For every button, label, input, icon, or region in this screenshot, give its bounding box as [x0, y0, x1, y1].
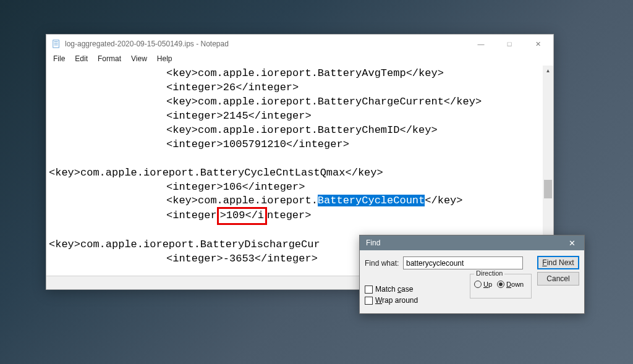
- text-line: <key>com.apple.ioreport.BatteryCycleCntL…: [49, 166, 551, 180]
- find-what-input[interactable]: [403, 256, 523, 269]
- match-case-checkbox[interactable]: Match case: [365, 285, 418, 294]
- text-segment: <key>com.apple.ioreport.: [166, 195, 318, 206]
- radio-icon: [474, 281, 482, 288]
- check-label-u: W: [375, 296, 382, 305]
- menu-edit[interactable]: Edit: [70, 53, 92, 66]
- text-line: <integer>106</integer>: [49, 180, 551, 195]
- wrap-around-checkbox[interactable]: Wrap around: [365, 296, 418, 305]
- radio-row: Up Down: [474, 281, 527, 288]
- checkbox-icon: [365, 297, 373, 305]
- radio-down[interactable]: Down: [497, 281, 524, 288]
- close-button[interactable]: ✕: [524, 35, 552, 53]
- text-line: [49, 152, 551, 166]
- direction-group: Direction Up Down: [470, 274, 532, 298]
- text-line: <key>com.apple.ioreport.BatteryChemID</k…: [49, 124, 551, 138]
- menu-file[interactable]: File: [49, 53, 69, 66]
- radio-label-u: U: [483, 281, 488, 288]
- radio-icon: [497, 281, 504, 288]
- find-title: Find: [366, 239, 559, 247]
- titlebar[interactable]: log-aggregated-2020-09-15-050149.ips - N…: [46, 35, 553, 53]
- text-line: <key>com.apple.ioreport.BatteryChargeCur…: [49, 95, 551, 109]
- text-line: <key>com.apple.ioreport.BatteryAvgTemp</…: [49, 67, 551, 81]
- text-segment: <integer: [166, 210, 217, 221]
- minimize-button[interactable]: —: [467, 35, 495, 53]
- radio-label: own: [511, 281, 524, 288]
- find-dialog: Find ✕ Find what: Find Next Cancel Direc…: [359, 235, 585, 314]
- radio-label-u: D: [506, 281, 511, 288]
- menu-help[interactable]: Help: [153, 53, 177, 66]
- find-titlebar[interactable]: Find ✕: [360, 235, 584, 250]
- find-next-button[interactable]: Find Next: [537, 256, 579, 269]
- text-segment: </key>: [425, 195, 462, 206]
- find-what-label: Find what:: [365, 259, 403, 268]
- notepad-icon: [51, 39, 61, 49]
- radio-up[interactable]: Up: [474, 281, 492, 288]
- cancel-button[interactable]: Cancel: [537, 272, 579, 286]
- direction-label: Direction: [474, 269, 504, 277]
- text-line: <key>com.apple.ioreport.BatteryCycleCoun…: [49, 194, 551, 208]
- window-title: log-aggregated-2020-09-15-050149.ips - N…: [65, 40, 467, 48]
- text-line: <integer>1005791210</integer>: [49, 138, 551, 152]
- text-segment: nteger>: [267, 210, 311, 221]
- text-line: <integer>26</integer>: [49, 81, 551, 95]
- btn-text-u: F: [542, 258, 546, 267]
- selected-text: BatteryCycleCount: [318, 195, 425, 206]
- annotation-highlight: >109</i: [217, 207, 267, 225]
- scroll-up-icon[interactable]: ▲: [543, 66, 553, 76]
- menu-view[interactable]: View: [127, 53, 151, 66]
- radio-label: p: [488, 281, 492, 288]
- menubar: File Edit Format View Help: [46, 53, 553, 66]
- menu-format[interactable]: Format: [93, 53, 125, 66]
- check-label: rap around: [382, 296, 418, 305]
- find-body: Find what: Find Next Cancel Direction Up…: [360, 250, 584, 313]
- scroll-thumb[interactable]: [544, 180, 552, 198]
- svg-rect-0: [53, 40, 59, 48]
- text-line: <integer>109</integer>: [49, 208, 551, 224]
- btn-text: ind Next: [547, 258, 574, 267]
- text-line: <integer>2145</integer>: [49, 109, 551, 124]
- window-controls: — □ ✕: [467, 35, 552, 53]
- radio-dot-icon: [499, 282, 503, 286]
- checkbox-group: Match case Wrap around: [365, 282, 418, 305]
- find-close-button[interactable]: ✕: [559, 235, 584, 250]
- check-label: ase: [401, 285, 413, 294]
- checkbox-icon: [365, 286, 373, 294]
- maximize-button[interactable]: □: [495, 35, 524, 53]
- check-label: Match: [375, 285, 397, 294]
